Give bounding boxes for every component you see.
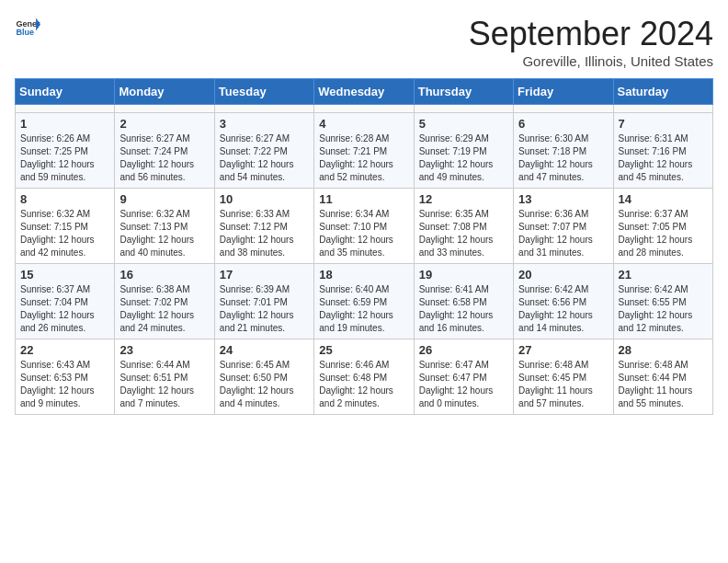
table-row: 18 Sunrise: 6:40 AM Sunset: 6:59 PM Dayl… <box>314 264 414 339</box>
table-row: 23 Sunrise: 6:44 AM Sunset: 6:51 PM Dayl… <box>115 339 214 415</box>
svg-text:Blue: Blue <box>16 28 34 37</box>
day-number: 17 <box>220 268 309 282</box>
table-row <box>514 105 613 113</box>
col-saturday: Saturday <box>613 79 712 105</box>
day-number: 3 <box>220 117 309 131</box>
day-number: 22 <box>20 343 109 357</box>
table-row <box>115 105 214 113</box>
table-row <box>314 105 414 113</box>
table-row: 21 Sunrise: 6:42 AM Sunset: 6:55 PM Dayl… <box>613 264 712 339</box>
table-row: 3 Sunrise: 6:27 AM Sunset: 7:22 PM Dayli… <box>214 113 313 189</box>
day-number: 21 <box>619 268 708 282</box>
day-number: 20 <box>518 268 608 282</box>
table-row <box>16 105 115 113</box>
day-number: 15 <box>20 268 109 282</box>
day-number: 16 <box>119 268 209 282</box>
day-info: Sunrise: 6:37 AM Sunset: 7:05 PM Dayligh… <box>619 208 708 259</box>
day-info: Sunrise: 6:31 AM Sunset: 7:16 PM Dayligh… <box>619 132 708 184</box>
table-row: 8 Sunrise: 6:32 AM Sunset: 7:15 PM Dayli… <box>16 189 115 264</box>
day-info: Sunrise: 6:26 AM Sunset: 7:25 PM Dayligh… <box>20 132 109 184</box>
table-row: 7 Sunrise: 6:31 AM Sunset: 7:16 PM Dayli… <box>613 113 712 189</box>
location-title: Goreville, Illinois, United States <box>469 53 713 69</box>
day-number: 27 <box>518 343 608 357</box>
table-row: 2 Sunrise: 6:27 AM Sunset: 7:24 PM Dayli… <box>115 113 214 189</box>
day-info: Sunrise: 6:43 AM Sunset: 6:53 PM Dayligh… <box>20 359 109 410</box>
table-row: 24 Sunrise: 6:45 AM Sunset: 6:50 PM Dayl… <box>214 339 313 415</box>
day-info: Sunrise: 6:40 AM Sunset: 6:59 PM Dayligh… <box>319 283 408 335</box>
day-info: Sunrise: 6:29 AM Sunset: 7:19 PM Dayligh… <box>419 132 508 184</box>
day-info: Sunrise: 6:45 AM Sunset: 6:50 PM Dayligh… <box>220 359 309 410</box>
day-number: 12 <box>419 192 508 206</box>
table-row: 15 Sunrise: 6:37 AM Sunset: 7:04 PM Dayl… <box>16 264 115 339</box>
day-info: Sunrise: 6:27 AM Sunset: 7:22 PM Dayligh… <box>220 132 309 184</box>
day-info: Sunrise: 6:42 AM Sunset: 6:56 PM Dayligh… <box>518 283 608 335</box>
calendar-week-row: 22 Sunrise: 6:43 AM Sunset: 6:53 PM Dayl… <box>16 339 713 415</box>
day-info: Sunrise: 6:48 AM Sunset: 6:45 PM Dayligh… <box>518 359 608 410</box>
month-title: September 2024 <box>469 15 713 53</box>
table-row: 16 Sunrise: 6:38 AM Sunset: 7:02 PM Dayl… <box>115 264 214 339</box>
day-info: Sunrise: 6:34 AM Sunset: 7:10 PM Dayligh… <box>319 208 408 259</box>
day-number: 25 <box>319 343 408 357</box>
day-info: Sunrise: 6:41 AM Sunset: 6:58 PM Dayligh… <box>419 283 508 335</box>
col-monday: Monday <box>115 79 214 105</box>
table-row: 4 Sunrise: 6:28 AM Sunset: 7:21 PM Dayli… <box>314 113 414 189</box>
day-info: Sunrise: 6:37 AM Sunset: 7:04 PM Dayligh… <box>20 283 109 335</box>
table-row: 25 Sunrise: 6:46 AM Sunset: 6:48 PM Dayl… <box>314 339 414 415</box>
col-thursday: Thursday <box>414 79 513 105</box>
day-number: 26 <box>419 343 508 357</box>
day-number: 2 <box>119 117 209 131</box>
day-number: 8 <box>20 192 109 206</box>
calendar-week-row: 15 Sunrise: 6:37 AM Sunset: 7:04 PM Dayl… <box>16 264 713 339</box>
calendar-header-row: Sunday Monday Tuesday Wednesday Thursday… <box>16 79 713 105</box>
day-number: 18 <box>319 268 408 282</box>
day-number: 4 <box>319 117 408 131</box>
table-row <box>613 105 712 113</box>
day-number: 13 <box>518 192 608 206</box>
calendar-week-row: 8 Sunrise: 6:32 AM Sunset: 7:15 PM Dayli… <box>16 189 713 264</box>
day-info: Sunrise: 6:42 AM Sunset: 6:55 PM Dayligh… <box>619 283 708 335</box>
table-row: 27 Sunrise: 6:48 AM Sunset: 6:45 PM Dayl… <box>514 339 613 415</box>
day-info: Sunrise: 6:46 AM Sunset: 6:48 PM Dayligh… <box>319 359 408 410</box>
table-row: 13 Sunrise: 6:36 AM Sunset: 7:07 PM Dayl… <box>514 189 613 264</box>
table-row: 22 Sunrise: 6:43 AM Sunset: 6:53 PM Dayl… <box>16 339 115 415</box>
calendar-week-row: 1 Sunrise: 6:26 AM Sunset: 7:25 PM Dayli… <box>16 113 713 189</box>
day-number: 9 <box>119 192 209 206</box>
day-info: Sunrise: 6:36 AM Sunset: 7:07 PM Dayligh… <box>518 208 608 259</box>
col-sunday: Sunday <box>16 79 115 105</box>
col-wednesday: Wednesday <box>314 79 414 105</box>
table-row: 26 Sunrise: 6:47 AM Sunset: 6:47 PM Dayl… <box>414 339 513 415</box>
day-info: Sunrise: 6:33 AM Sunset: 7:12 PM Dayligh… <box>220 208 309 259</box>
logo: General Blue <box>15 15 40 40</box>
day-info: Sunrise: 6:48 AM Sunset: 6:44 PM Dayligh… <box>619 359 708 410</box>
day-info: Sunrise: 6:32 AM Sunset: 7:13 PM Dayligh… <box>119 208 209 259</box>
day-info: Sunrise: 6:30 AM Sunset: 7:18 PM Dayligh… <box>518 132 608 184</box>
table-row: 6 Sunrise: 6:30 AM Sunset: 7:18 PM Dayli… <box>514 113 613 189</box>
table-row: 9 Sunrise: 6:32 AM Sunset: 7:13 PM Dayli… <box>115 189 214 264</box>
table-row: 14 Sunrise: 6:37 AM Sunset: 7:05 PM Dayl… <box>613 189 712 264</box>
table-row <box>414 105 513 113</box>
table-row: 5 Sunrise: 6:29 AM Sunset: 7:19 PM Dayli… <box>414 113 513 189</box>
table-row: 12 Sunrise: 6:35 AM Sunset: 7:08 PM Dayl… <box>414 189 513 264</box>
table-row: 28 Sunrise: 6:48 AM Sunset: 6:44 PM Dayl… <box>613 339 712 415</box>
day-info: Sunrise: 6:35 AM Sunset: 7:08 PM Dayligh… <box>419 208 508 259</box>
calendar: Sunday Monday Tuesday Wednesday Thursday… <box>15 78 713 415</box>
logo-icon: General Blue <box>15 15 40 40</box>
day-info: Sunrise: 6:27 AM Sunset: 7:24 PM Dayligh… <box>119 132 209 184</box>
day-number: 28 <box>619 343 708 357</box>
day-number: 6 <box>518 117 608 131</box>
title-area: September 2024 Goreville, Illinois, Unit… <box>469 15 713 69</box>
day-info: Sunrise: 6:44 AM Sunset: 6:51 PM Dayligh… <box>119 359 209 410</box>
day-number: 1 <box>20 117 109 131</box>
table-row: 17 Sunrise: 6:39 AM Sunset: 7:01 PM Dayl… <box>214 264 313 339</box>
day-number: 23 <box>119 343 209 357</box>
day-number: 5 <box>419 117 508 131</box>
table-row: 19 Sunrise: 6:41 AM Sunset: 6:58 PM Dayl… <box>414 264 513 339</box>
table-row: 1 Sunrise: 6:26 AM Sunset: 7:25 PM Dayli… <box>16 113 115 189</box>
table-row <box>214 105 313 113</box>
day-info: Sunrise: 6:32 AM Sunset: 7:15 PM Dayligh… <box>20 208 109 259</box>
day-info: Sunrise: 6:47 AM Sunset: 6:47 PM Dayligh… <box>419 359 508 410</box>
day-number: 19 <box>419 268 508 282</box>
day-info: Sunrise: 6:38 AM Sunset: 7:02 PM Dayligh… <box>119 283 209 335</box>
day-info: Sunrise: 6:39 AM Sunset: 7:01 PM Dayligh… <box>220 283 309 335</box>
table-row: 11 Sunrise: 6:34 AM Sunset: 7:10 PM Dayl… <box>314 189 414 264</box>
